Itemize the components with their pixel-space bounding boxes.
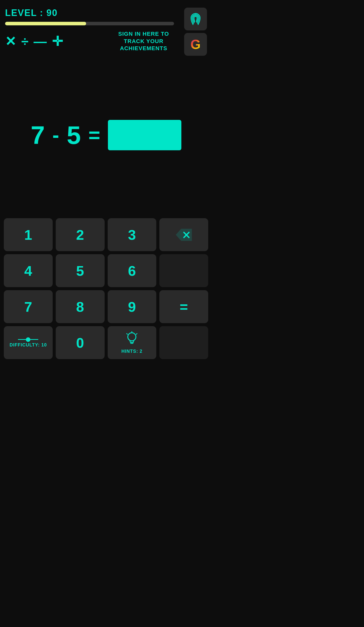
key-empty-2	[159, 326, 208, 359]
divide-icon: ÷	[21, 35, 29, 48]
answer-box[interactable]	[108, 120, 181, 150]
equation: 7 - 5 =	[31, 120, 181, 150]
difficulty-slider-icon	[18, 338, 38, 341]
operators-left: ✕ ÷ — ✛	[5, 35, 63, 48]
google-g-icon: G	[188, 37, 203, 52]
plus-icon: ✛	[52, 35, 63, 48]
level-text: LEVEL : 90	[5, 8, 58, 18]
sign-in-text[interactable]: SIGN IN HERE TO TRACK YOUR ACHIEVEMENTS	[108, 30, 179, 52]
svg-point-2	[128, 333, 136, 341]
key-2[interactable]: 2	[56, 218, 105, 251]
key-3[interactable]: 3	[108, 218, 157, 251]
key-0[interactable]: 0	[56, 326, 105, 359]
equation-equals: =	[88, 123, 100, 147]
key-empty-1	[159, 254, 208, 287]
fingerprint-icon	[188, 11, 203, 27]
equation-area: 7 - 5 =	[0, 55, 212, 216]
fingerprint-button[interactable]	[184, 8, 207, 30]
key-equals[interactable]: =	[159, 290, 208, 323]
key-5[interactable]: 5	[56, 254, 105, 287]
key-6[interactable]: 6	[108, 254, 157, 287]
operators-row: ✕ ÷ — ✛ SIGN IN HERE TO TRACK YOUR ACHIE…	[0, 28, 212, 55]
hints-label: HINTS: 2	[121, 349, 142, 354]
progress-bar-container	[5, 22, 174, 25]
key-8[interactable]: 8	[56, 290, 105, 323]
backspace-icon	[175, 228, 193, 242]
equation-left: 7	[31, 121, 45, 150]
top-buttons-area: G	[184, 8, 207, 56]
svg-line-7	[136, 334, 137, 334]
key-difficulty[interactable]: DIFFICULTY: 10	[4, 326, 53, 359]
multiply-icon: ✕	[5, 35, 16, 48]
key-hint[interactable]: HINTS: 2	[108, 326, 157, 359]
difficulty-label: DIFFICULTY: 10	[10, 342, 47, 348]
minus-icon: —	[34, 35, 47, 48]
equation-right: 5	[67, 121, 81, 150]
key-backspace[interactable]	[159, 218, 208, 251]
bulb-icon	[125, 331, 139, 348]
key-9[interactable]: 9	[108, 290, 157, 323]
key-7[interactable]: 7	[4, 290, 53, 323]
equation-operator: -	[52, 123, 59, 147]
svg-line-6	[127, 334, 127, 334]
keypad: 1 2 3 4 5 6 7 8 9 = DIFFICULTY: 10 0	[0, 216, 212, 364]
progress-bar-fill	[5, 22, 86, 25]
key-4[interactable]: 4	[4, 254, 53, 287]
google-signin-button[interactable]: G	[184, 33, 207, 56]
key-1[interactable]: 1	[4, 218, 53, 251]
